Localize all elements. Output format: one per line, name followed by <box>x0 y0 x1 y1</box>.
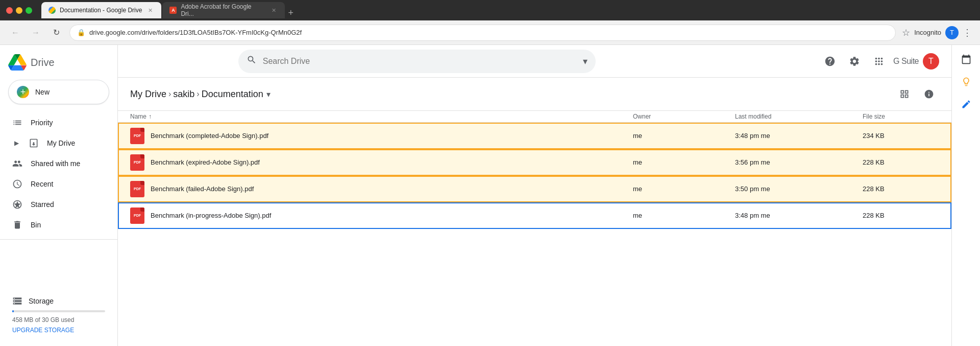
col-size-header: File size <box>863 113 939 120</box>
file-size: 228 KB <box>863 158 939 166</box>
settings-button[interactable] <box>844 51 865 72</box>
breadcrumb-dropdown-icon[interactable]: ▾ <box>266 89 271 99</box>
new-tab-button[interactable]: + <box>288 8 293 18</box>
profile-avatar[interactable]: T <box>945 26 959 39</box>
new-button[interactable]: + New <box>8 80 109 104</box>
acrobat-favicon: A <box>169 7 177 14</box>
storage-used-text: 458 MB of 30 GB used <box>12 316 105 324</box>
close-window-btn[interactable] <box>6 7 13 14</box>
sidebar-shared-label: Shared with me <box>31 159 80 168</box>
file-name: Benchmark (failed-Adobe Sign).pdf <box>151 185 254 193</box>
help-button[interactable] <box>820 51 840 72</box>
minimize-window-btn[interactable] <box>16 7 22 14</box>
sidebar-item-priority[interactable]: Priority <box>0 112 109 133</box>
sidebar-divider <box>0 239 117 240</box>
file-name-cell: PDF Benchmark (failed-Adobe Sign).pdf <box>130 181 633 197</box>
forward-button[interactable]: → <box>29 26 43 40</box>
table-row[interactable]: PDF Benchmark (in-progress-Adobe Sign).p… <box>118 202 951 229</box>
tab-acrobat-close[interactable]: ✕ <box>270 6 278 14</box>
file-owner: me <box>633 212 735 219</box>
file-table: Name ↑ Owner Last modified File size PDF… <box>118 111 951 346</box>
storage-label: Storage <box>29 297 54 305</box>
file-modified: 3:56 pm me <box>735 158 863 166</box>
sidebar: Drive + New Priority ▶ My Drive <box>0 45 117 346</box>
table-header: Name ↑ Owner Last modified File size <box>118 111 951 123</box>
sidebar-starred-label: Starred <box>31 200 54 209</box>
search-dropdown-icon[interactable]: ▾ <box>583 56 587 67</box>
calendar-icon-btn[interactable] <box>956 49 976 70</box>
search-area: ▾ <box>238 50 596 73</box>
drive-logo-area: Drive <box>0 49 117 76</box>
top-bar-right <box>894 84 939 104</box>
tab-acrobat-title: Adobe Acrobat for Google Dri... <box>181 3 265 17</box>
table-row[interactable]: PDF Benchmark (expired-Adobe Sign).pdf m… <box>118 149 951 176</box>
file-name: Benchmark (expired-Adobe Sign).pdf <box>151 158 260 166</box>
priority-icon <box>12 118 22 128</box>
address-bar: ← → ↻ 🔒 drive.google.com/drive/folders/1… <box>0 20 980 45</box>
col-name-header: Name ↑ <box>130 113 633 120</box>
upgrade-storage-button[interactable]: UPGRADE STORAGE <box>12 327 105 334</box>
sidebar-item-starred[interactable]: Starred <box>0 194 109 215</box>
storage-bar-bg <box>12 310 105 312</box>
col-modified-header: Last modified <box>735 113 863 120</box>
tab-drive-close[interactable]: ✕ <box>146 6 154 14</box>
url-bar[interactable]: 🔒 drive.google.com/drive/folders/1D3fLOA… <box>69 25 896 41</box>
breadcrumb-my-drive[interactable]: My Drive <box>130 89 166 100</box>
table-row[interactable]: PDF Benchmark (completed-Adobe Sign).pdf… <box>118 123 951 149</box>
pdf-icon: PDF <box>130 154 144 171</box>
apps-button[interactable] <box>869 51 889 72</box>
file-name-cell: PDF Benchmark (expired-Adobe Sign).pdf <box>130 154 633 171</box>
sidebar-item-shared[interactable]: Shared with me <box>0 153 109 174</box>
tab-drive-title: Documentation - Google Drive <box>60 7 142 14</box>
user-avatar[interactable]: T <box>923 53 939 70</box>
main-layout: Drive + New Priority ▶ My Drive <box>0 45 980 346</box>
file-name: Benchmark (in-progress-Adobe Sign).pdf <box>151 212 271 219</box>
maximize-window-btn[interactable] <box>26 7 32 14</box>
bin-icon <box>12 220 22 230</box>
edit-icon-btn[interactable] <box>956 94 976 114</box>
file-size: 228 KB <box>863 185 939 193</box>
search-bar[interactable]: ▾ <box>238 50 596 73</box>
grid-view-button[interactable] <box>894 84 915 104</box>
file-name-cell: PDF Benchmark (completed-Adobe Sign).pdf <box>130 128 633 144</box>
bookmark-icon[interactable]: ☆ <box>902 27 910 38</box>
address-right: ☆ Incognito T ⋮ <box>902 26 972 39</box>
sidebar-item-recent[interactable]: Recent <box>0 174 109 194</box>
sidebar-priority-label: Priority <box>31 119 53 127</box>
pdf-icon: PDF <box>130 207 144 224</box>
info-button[interactable] <box>919 84 939 104</box>
lock-icon: 🔒 <box>77 29 85 36</box>
gsuite-text: G Suite <box>893 57 919 66</box>
file-size: 234 KB <box>863 132 939 140</box>
sort-icon: ↑ <box>149 113 152 120</box>
breadcrumb-sep-2: › <box>197 89 199 99</box>
name-header-label: Name <box>130 113 146 120</box>
sidebar-recent-label: Recent <box>31 180 53 188</box>
file-owner: me <box>633 132 735 140</box>
tab-bar: Documentation - Google Drive ✕ A Adobe A… <box>41 2 293 18</box>
breadcrumb-bar: My Drive › sakib › Documentation ▾ <box>118 78 951 111</box>
breadcrumb-current: Documentation ▾ <box>202 89 271 100</box>
pdf-icon: PDF <box>130 128 144 144</box>
content-area: ▾ G Suite T My D <box>117 45 951 346</box>
my-drive-icon <box>29 138 39 148</box>
tab-drive[interactable]: Documentation - Google Drive ✕ <box>41 2 161 18</box>
header-right: G Suite T <box>820 51 939 72</box>
sidebar-bin-label: Bin <box>31 221 41 229</box>
drive-logo-icon <box>8 54 27 71</box>
back-button[interactable]: ← <box>8 26 22 40</box>
tab-acrobat[interactable]: A Adobe Acrobat for Google Dri... ✕ <box>162 2 285 18</box>
search-input[interactable] <box>263 57 577 66</box>
breadcrumb-sakib[interactable]: sakib <box>173 89 194 100</box>
breadcrumb-documentation[interactable]: Documentation <box>202 89 263 100</box>
gsuite-label: G Suite <box>893 57 919 66</box>
breadcrumb-sep-1: › <box>168 89 171 99</box>
profile-area: Incognito T <box>914 26 959 39</box>
file-modified: 3:48 pm me <box>735 132 863 140</box>
notes-icon-btn[interactable] <box>956 72 976 92</box>
sidebar-item-my-drive[interactable]: ▶ My Drive <box>0 133 109 153</box>
table-row[interactable]: PDF Benchmark (failed-Adobe Sign).pdf me… <box>118 176 951 202</box>
sidebar-item-bin[interactable]: Bin <box>0 215 109 235</box>
reload-button[interactable]: ↻ <box>49 26 63 40</box>
browser-menu-icon[interactable]: ⋮ <box>963 27 972 38</box>
